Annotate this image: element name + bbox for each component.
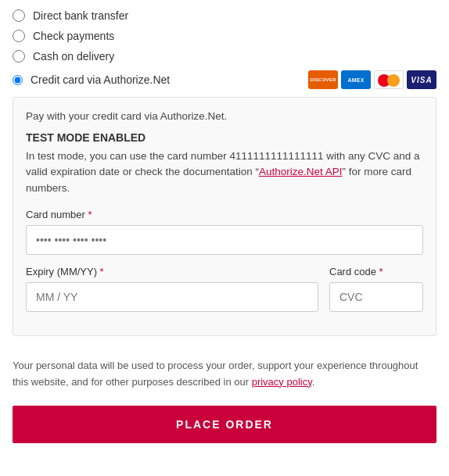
cvc-group: Card code * (329, 266, 423, 312)
amex-icon: AMEX (341, 70, 371, 89)
footer-note-end: . (312, 376, 315, 388)
expiry-label: Expiry (MM/YY) * (26, 266, 318, 277)
footer-note-text: Your personal data will be used to proce… (13, 360, 418, 388)
payment-methods-list: Direct bank transfer Check payments Cash… (0, 0, 449, 89)
expiry-cvc-row: Expiry (MM/YY) * Card code * (26, 266, 423, 323)
authorize-panel: Pay with your credit card via Authorize.… (13, 97, 436, 336)
expiry-input[interactable] (26, 282, 318, 312)
payment-option-credit-card-row: Credit card via Authorize.Net DISCOVER A… (13, 70, 436, 89)
authorize-api-link[interactable]: Authorize.Net API (259, 166, 343, 177)
payment-option-direct-bank[interactable]: Direct bank transfer (13, 9, 436, 22)
radio-cash-delivery[interactable] (13, 50, 25, 63)
discover-icon: DISCOVER (308, 70, 338, 89)
test-mode-title: TEST MODE ENABLED (26, 131, 423, 144)
radio-check-payments[interactable] (13, 30, 25, 42)
card-form: Card number * Expiry (MM/YY) * Card code… (26, 209, 423, 323)
test-mode-desc: In test mode, you can use the card numbe… (26, 149, 423, 196)
card-icons-group: DISCOVER AMEX VISA (308, 70, 436, 89)
card-code-required: * (376, 266, 383, 277)
payment-option-cash[interactable]: Cash on delivery (13, 50, 436, 63)
radio-credit-card[interactable] (13, 75, 23, 85)
card-number-input[interactable] (26, 225, 423, 255)
radio-direct-bank[interactable] (13, 9, 25, 22)
card-number-required: * (85, 209, 92, 220)
direct-bank-label: Direct bank transfer (33, 9, 128, 22)
credit-card-label-group: Credit card via Authorize.Net (13, 73, 170, 86)
visa-icon: VISA (407, 70, 436, 89)
payment-options-container: Direct bank transfer Check payments Cash… (0, 0, 449, 443)
expiry-required: * (97, 266, 104, 277)
cash-delivery-label: Cash on delivery (33, 50, 114, 63)
mastercard-icon (374, 70, 404, 89)
check-payments-label: Check payments (33, 30, 114, 42)
footer-note: Your personal data will be used to proce… (0, 349, 449, 403)
cvc-input[interactable] (329, 282, 423, 312)
card-number-group: Card number * (26, 209, 423, 255)
expiry-group: Expiry (MM/YY) * (26, 266, 318, 312)
mc-right (387, 74, 400, 87)
place-order-button[interactable]: PLACE ORDER (13, 406, 436, 443)
card-number-label: Card number * (26, 209, 423, 220)
payment-option-check[interactable]: Check payments (13, 30, 436, 42)
card-code-label: Card code * (329, 266, 423, 277)
privacy-policy-link[interactable]: privacy policy (252, 376, 312, 388)
authorize-intro: Pay with your credit card via Authorize.… (26, 110, 423, 122)
credit-card-label: Credit card via Authorize.Net (31, 73, 170, 86)
